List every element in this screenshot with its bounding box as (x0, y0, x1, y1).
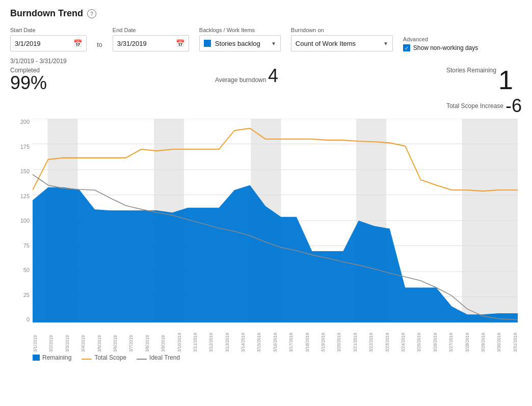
y-label-100: 100 (20, 218, 30, 224)
y-label-200: 200 (20, 119, 30, 125)
title-row: Burndown Trend ? (10, 8, 522, 19)
x-label-26: 3/27/2019 (448, 326, 454, 352)
x-label-27: 3/28/2019 (465, 326, 470, 352)
x-label-11: 3/12/2019 (208, 326, 214, 352)
chevron-down-icon: ▼ (271, 41, 276, 46)
total-scope-value: -6 (506, 95, 522, 117)
x-label-17: 3/18/2019 (305, 326, 310, 352)
show-nonworking-row: ✓ Show non-working days (403, 44, 478, 51)
total-scope-stat: Total Scope Increase -6 (446, 95, 522, 117)
x-label-4: 3/5/2019 (97, 326, 102, 352)
x-label-2: 3/3/2019 (65, 326, 70, 352)
help-icon[interactable]: ? (87, 9, 96, 18)
x-label-9: 3/10/2019 (177, 326, 182, 352)
x-label-14: 3/15/2019 (256, 326, 261, 352)
x-label-10: 3/11/2019 (193, 326, 198, 352)
y-axis: 200 175 150 125 100 75 50 25 0 (10, 119, 33, 322)
x-label-21: 3/22/2019 (368, 326, 374, 352)
backlog-label: Backlogs / Work Items (199, 27, 281, 33)
date-range-display: 3/1/2019 - 3/31/2019 (10, 58, 522, 65)
y-label-175: 175 (20, 144, 30, 150)
end-date-group: End Date 3/31/2019 📅 (113, 27, 189, 51)
controls-bar: Start Date 3/1/2019 📅 to End Date 3/31/2… (10, 27, 522, 51)
chart-area (33, 119, 518, 322)
x-label-8: 3/9/2019 (161, 326, 166, 352)
start-date-input[interactable]: 3/1/2019 📅 (10, 35, 87, 51)
stories-remaining-stat: Stories Remaining 1 Total Scope Increase… (446, 67, 522, 117)
x-label-0: 3/1/2019 (33, 326, 38, 352)
chart-legend: Remaining Total Scope Ideal Trend (10, 354, 522, 361)
y-label-75: 75 (23, 242, 30, 249)
y-label-150: 150 (20, 168, 30, 174)
legend-total-scope-line (82, 359, 92, 360)
x-label-30: 3/31/2019 (513, 326, 518, 352)
advanced-label: Advanced (403, 36, 478, 42)
legend-ideal-trend-label: Ideal Trend (149, 354, 180, 361)
legend-remaining-color (33, 355, 40, 361)
checkmark-icon: ✓ (405, 45, 409, 51)
advanced-group: Advanced ✓ Show non-working days (403, 36, 478, 51)
x-label-5: 3/6/2019 (113, 326, 118, 352)
x-label-20: 3/21/2019 (353, 326, 358, 352)
burndown-group: Burndown on Count of Work Items ▼ (291, 27, 393, 51)
x-label-13: 3/14/2019 (241, 326, 246, 352)
y-label-50: 50 (23, 267, 30, 273)
x-label-25: 3/26/2019 (433, 326, 438, 352)
x-label-22: 3/23/2019 (385, 326, 390, 352)
x-label-6: 3/7/2019 (128, 326, 134, 352)
y-label-0: 0 (26, 316, 30, 322)
legend-ideal-trend: Ideal Trend (137, 354, 180, 361)
x-label-3: 3/4/2019 (81, 326, 86, 352)
y-label-125: 125 (20, 193, 30, 199)
burndown-page: Burndown Trend ? Start Date 3/1/2019 📅 t… (0, 0, 532, 369)
burndown-value: Count of Work Items (296, 40, 380, 47)
end-date-label: End Date (113, 27, 189, 33)
chevron-down-icon-burndown: ▼ (383, 41, 388, 46)
start-date-label: Start Date (10, 27, 87, 33)
legend-ideal-trend-line (137, 359, 147, 360)
calendar-icon-end: 📅 (176, 39, 184, 47)
x-label-28: 3/29/2019 (481, 326, 486, 352)
x-label-24: 3/25/2019 (416, 326, 421, 352)
stats-row: Completed 99% Average burndown 4 Stories… (10, 67, 522, 117)
avg-burndown-label: Average burndown (215, 76, 267, 84)
backlog-dropdown[interactable]: Stories backlog ▼ (199, 35, 281, 51)
legend-total-scope: Total Scope (82, 354, 126, 361)
x-label-1: 3/2/2019 (48, 326, 54, 352)
x-label-16: 3/17/2019 (288, 326, 294, 352)
x-label-12: 3/13/2019 (225, 326, 230, 352)
x-label-15: 3/16/2019 (273, 326, 278, 352)
burndown-dropdown[interactable]: Count of Work Items ▼ (291, 35, 393, 51)
x-label-23: 3/24/2019 (401, 326, 406, 352)
backlog-group: Backlogs / Work Items Stories backlog ▼ (199, 27, 281, 51)
start-date-group: Start Date 3/1/2019 📅 (10, 27, 87, 51)
legend-remaining-label: Remaining (42, 354, 71, 361)
stories-remaining-value: 1 (498, 67, 513, 93)
x-label-19: 3/20/2019 (336, 326, 341, 352)
legend-remaining: Remaining (33, 354, 71, 361)
x-label-29: 3/30/2019 (496, 326, 501, 352)
avg-burndown-value: 4 (268, 65, 278, 86)
x-label-7: 3/8/2019 (145, 326, 150, 352)
backlog-value: Stories backlog (215, 40, 268, 47)
x-label-18: 3/19/2019 (321, 326, 326, 352)
y-label-25: 25 (23, 292, 30, 298)
start-date-value: 3/1/2019 (15, 40, 70, 47)
completed-stat: Completed 99% (10, 67, 47, 92)
calendar-icon: 📅 (73, 39, 82, 47)
x-axis: 3/1/2019 3/2/2019 3/3/2019 3/4/2019 3/5/… (33, 322, 518, 353)
chart-container: 200 175 150 125 100 75 50 25 0 (10, 119, 522, 353)
stories-remaining-label: Stories Remaining (446, 67, 496, 74)
end-date-input[interactable]: 3/31/2019 📅 (113, 35, 189, 51)
end-date-value: 3/31/2019 (117, 40, 173, 47)
show-nonworking-checkbox[interactable]: ✓ (403, 44, 410, 51)
stories-remaining-group: Stories Remaining 1 (446, 67, 522, 93)
stories-remaining-labels: Stories Remaining (446, 67, 496, 74)
legend-total-scope-label: Total Scope (94, 354, 126, 361)
avg-burndown-stat: Average burndown 4 (215, 67, 278, 85)
page-title: Burndown Trend (10, 8, 83, 19)
to-label: to (97, 41, 102, 51)
chart-svg (33, 119, 518, 322)
show-nonworking-label: Show non-working days (413, 44, 478, 51)
backlog-icon (204, 40, 211, 47)
